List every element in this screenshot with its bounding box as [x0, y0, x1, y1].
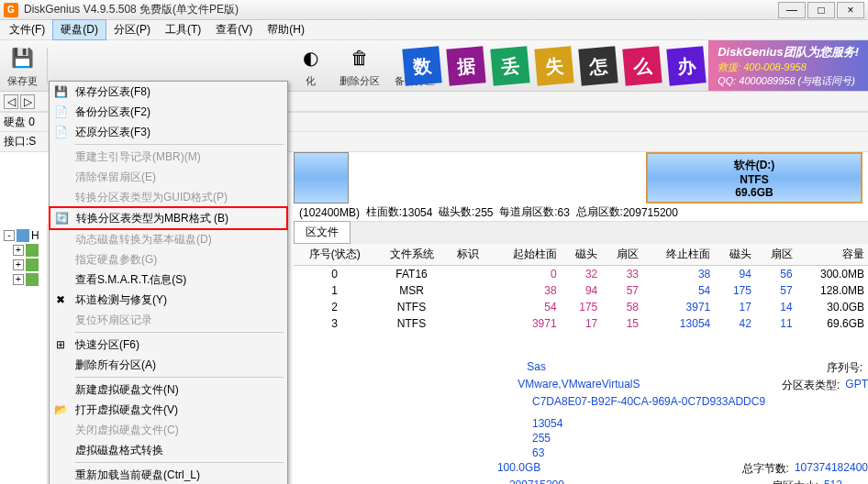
tree-node[interactable]: -H: [4, 229, 43, 242]
maximize-button[interactable]: □: [807, 2, 835, 18]
menu-item[interactable]: 删除所有分区(A): [50, 355, 287, 375]
table-row[interactable]: 0FAT1603233389456300.0MB: [294, 266, 868, 283]
col-header[interactable]: 扇区: [601, 244, 642, 266]
col-header[interactable]: 起始柱面: [488, 244, 560, 266]
partition-d[interactable]: 软件(D:) NTFS 69.6GB: [646, 152, 862, 204]
banner-tile: 办: [666, 46, 706, 85]
menu-item: 清除保留扇区(E): [50, 167, 287, 187]
menu-partition[interactable]: 分区(P): [106, 20, 158, 39]
menu-item: 动态磁盘转换为基本磁盘(D): [50, 229, 287, 249]
menu-item[interactable]: 📄还原分区表(F3): [50, 122, 287, 142]
delete-partition-button[interactable]: 🗑删除分区: [332, 40, 387, 92]
menu-tools[interactable]: 工具(T): [158, 20, 208, 39]
partition-icon: [26, 273, 39, 286]
tree-node[interactable]: +: [13, 244, 43, 257]
disk-details: Sas序列号: VMware,VMwareVirtualS分区表类型:GPT C…: [294, 359, 868, 484]
partition-segment[interactable]: [294, 152, 349, 204]
menu-view[interactable]: 查看(V): [208, 20, 260, 39]
menu-item: 转换分区表类型为GUID格式(P): [50, 187, 287, 207]
banner-tile: 据: [446, 46, 485, 85]
table-row[interactable]: 3NTFS3971171513054421169.6GB: [294, 315, 868, 332]
partition-fs: NTFS: [740, 173, 768, 186]
menu-icon: 📂: [53, 402, 68, 417]
geometry-row: (102400MB) 柱面数:13054 磁头数:255 每道扇区数:63 总扇…: [294, 204, 868, 222]
menu-item[interactable]: 📂打开虚拟硬盘文件(V): [50, 400, 287, 420]
close-button[interactable]: ×: [837, 2, 864, 18]
menu-item[interactable]: ⊞快速分区(F6): [50, 335, 287, 355]
separator: [47, 48, 48, 84]
menu-item: 指定硬盘参数(G): [50, 249, 287, 270]
menu-item[interactable]: 虚拟磁盘格式转换: [50, 440, 287, 460]
table-row[interactable]: 2NTFS54175583971171430.0GB: [294, 299, 868, 315]
menu-item[interactable]: 💾保存分区表(F8): [50, 82, 287, 102]
banner-phone: DiskGenius团队为您服务! 救援: 400-008-9958 QQ: 4…: [708, 40, 868, 92]
partition-icon: [26, 258, 39, 271]
app-icon: G: [4, 3, 18, 17]
menu-icon: 📄: [53, 104, 68, 119]
col-header[interactable]: 终止柱面: [642, 244, 714, 266]
disk-dropdown-menu: 💾保存分区表(F8)📄备份分区表(F2)📄还原分区表(F3)重建主引导记录(MB…: [49, 81, 288, 484]
partition-icon: [26, 244, 39, 257]
menu-item[interactable]: 🔄转换分区表类型为MBR格式 (B): [50, 208, 286, 228]
col-header[interactable]: 磁头: [714, 244, 755, 266]
collapse-icon[interactable]: -: [4, 230, 15, 241]
menu-item[interactable]: 重新加载当前硬盘(Ctrl_L): [50, 465, 287, 484]
banner-tile: 失: [534, 46, 573, 85]
tree-node[interactable]: +: [13, 273, 43, 286]
banner-tile: 数: [402, 46, 441, 85]
disk-label: 硬盘 0: [4, 115, 35, 130]
col-header[interactable]: 标识: [448, 244, 489, 266]
tab-strip: 区文件: [294, 222, 868, 244]
menu-item[interactable]: ✖坏道检测与修复(Y): [50, 290, 287, 310]
menu-help[interactable]: 帮助(H): [260, 20, 312, 39]
expand-icon[interactable]: +: [13, 259, 24, 270]
col-header[interactable]: 文件系统: [375, 244, 447, 266]
format-button[interactable]: ◐化: [288, 40, 332, 92]
col-header[interactable]: 容量: [796, 244, 868, 266]
menu-bar: 文件(F) 硬盘(D) 分区(P) 工具(T) 查看(V) 帮助(H): [0, 20, 868, 40]
menu-item: 重建主引导记录(MBR)(M): [50, 147, 287, 167]
back-button[interactable]: ◁: [4, 94, 18, 109]
tree-node[interactable]: +: [13, 258, 43, 271]
partition-name: 软件(D:): [734, 158, 775, 173]
save-button[interactable]: 💾保存更: [0, 40, 45, 92]
menu-icon: ⊞: [53, 337, 68, 352]
col-header[interactable]: 序号(状态): [294, 244, 375, 266]
format-icon: ◐: [295, 43, 325, 72]
table-row[interactable]: 1MSR3894575417557128.0MB: [294, 282, 868, 299]
col-header[interactable]: 扇区: [755, 244, 796, 266]
partition-strip: 软件(D:) NTFS 69.6GB: [294, 152, 868, 204]
banner-tile: 怎: [578, 46, 618, 85]
iface-label: 接口:S: [4, 134, 36, 149]
partition-table: 序号(状态)文件系统标识起始柱面磁头扇区终止柱面磁头扇区容量 0FAT16032…: [294, 244, 868, 332]
menu-icon: 💾: [53, 84, 68, 99]
title-bar: G DiskGenius V4.9.5.508 免费版(单文件PE版) — □ …: [0, 0, 868, 20]
main-area: 💾保存分区表(F8)📄备份分区表(F2)📄还原分区表(F3)重建主引导记录(MB…: [0, 152, 868, 484]
banner-tile: 丢: [490, 46, 529, 85]
tab-files[interactable]: 区文件: [294, 221, 351, 244]
menu-item[interactable]: 新建虚拟硬盘文件(N): [50, 380, 287, 400]
disk-icon: [17, 229, 29, 242]
expand-icon[interactable]: +: [13, 274, 24, 285]
minimize-button[interactable]: —: [778, 2, 806, 18]
promo-banner: 数 据 丢 失 怎 么 办 DiskGenius团队为您服务! 救援: 400-…: [400, 40, 868, 92]
forward-button[interactable]: ▷: [20, 94, 35, 109]
menu-item[interactable]: 📄备份分区表(F2): [50, 102, 287, 122]
expand-icon[interactable]: +: [13, 245, 24, 256]
menu-item: 复位环扇区记录: [50, 310, 287, 330]
menu-item[interactable]: 查看S.M.A.R.T.信息(S): [50, 270, 287, 290]
trash-icon: 🗑: [345, 43, 374, 72]
save-icon: 💾: [8, 43, 38, 72]
window-title: DiskGenius V4.9.5.508 免费版(单文件PE版): [24, 2, 776, 17]
banner-tile: 么: [622, 46, 662, 85]
disk-tree: -H + + +: [0, 224, 48, 484]
menu-disk[interactable]: 硬盘(D): [52, 19, 106, 40]
menu-icon: 📄: [53, 125, 68, 139]
menu-icon: 🔄: [54, 211, 69, 226]
partition-size: 69.6GB: [735, 186, 773, 199]
col-header[interactable]: 磁头: [561, 244, 602, 266]
menu-item: 关闭虚拟硬盘文件(C): [50, 420, 287, 440]
menu-file[interactable]: 文件(F): [2, 20, 52, 39]
menu-icon: ✖: [53, 292, 68, 307]
